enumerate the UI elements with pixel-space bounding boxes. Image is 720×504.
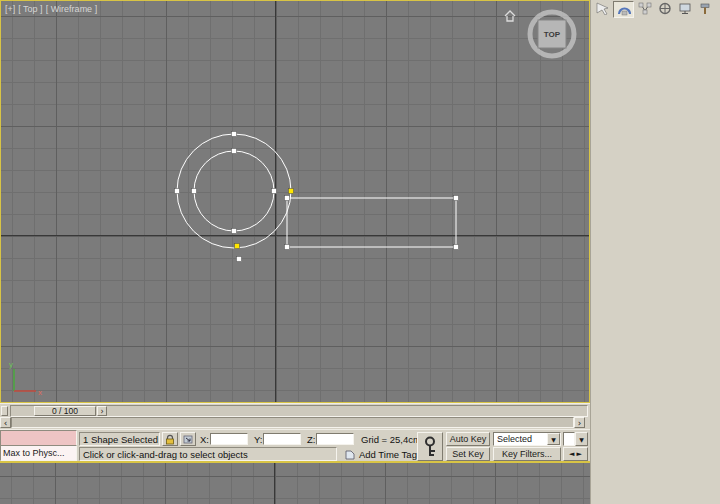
viewport-pov-menu[interactable]: [ Top ] <box>18 4 42 14</box>
vertex-handle-selected[interactable] <box>235 244 240 249</box>
vertex-handles[interactable] <box>175 132 459 262</box>
selection-filter-value: Selected <box>497 433 532 445</box>
selection-filter-dropdown[interactable]: Selected ▼ <box>493 432 561 446</box>
grid-origin-y-axis <box>274 463 275 504</box>
maxscript-macro-pane[interactable] <box>0 430 77 446</box>
time-slider[interactable]: 0 / 100 <box>34 406 96 416</box>
key-icon <box>422 435 438 459</box>
viewcube[interactable]: TOP <box>503 5 587 63</box>
modify-icon <box>617 3 631 16</box>
display-icon <box>678 2 692 15</box>
add-time-tag[interactable]: Add Time Tag <box>359 447 417 461</box>
modify-tab[interactable] <box>613 1 634 18</box>
viewcube-home-icon[interactable] <box>503 9 517 23</box>
step-forward-icon[interactable]: ► <box>577 450 582 458</box>
viewport-general-menu[interactable]: [+] <box>5 4 15 14</box>
vertex-handle[interactable] <box>232 132 237 137</box>
frame-step-buttons[interactable]: ◄ ► <box>563 447 588 461</box>
vertex-handle[interactable] <box>285 196 290 201</box>
vertex-handle[interactable] <box>272 189 277 194</box>
vertex-handle[interactable] <box>232 149 237 154</box>
trackbar-right-arrow[interactable]: › <box>574 417 585 428</box>
trackbar-track[interactable] <box>11 417 574 428</box>
viewport-shading-menu[interactable]: [ Wireframe ] <box>46 4 98 14</box>
coord-y-input[interactable] <box>263 433 301 445</box>
coord-x-label: X: <box>200 432 209 446</box>
vertex-handle-selected[interactable] <box>289 189 294 194</box>
axis-x-label: x <box>38 388 42 397</box>
viewport-bottom-strip[interactable] <box>0 461 590 504</box>
spline-shape[interactable] <box>1 1 589 402</box>
viewport-top[interactable]: [+] [ Top ] [ Wireframe ] TOP x y <box>0 0 590 403</box>
time-display-box <box>563 432 575 446</box>
trackbar-left-arrow[interactable]: ‹ <box>0 417 11 428</box>
viewcube-top-face[interactable]: TOP <box>538 20 566 48</box>
offset-mode-icon <box>182 434 194 445</box>
vertex-handle[interactable] <box>175 189 180 194</box>
coord-z-label: Z: <box>307 432 315 446</box>
absolute-offset-toggle[interactable] <box>180 432 196 446</box>
time-config-arrow[interactable]: ▼ <box>575 432 588 446</box>
utilities-tab[interactable] <box>695 1 714 16</box>
lock-icon <box>164 434 176 445</box>
create-tab[interactable] <box>593 1 612 16</box>
inner-circle-spline[interactable] <box>194 151 274 231</box>
set-key-button[interactable]: Set Key <box>446 447 490 461</box>
grid-setting-label: Grid = 25,4cm <box>361 432 421 446</box>
next-frame-button[interactable]: › <box>97 406 107 416</box>
time-slider-grip[interactable] <box>1 406 8 416</box>
track-bar-row: ‹ › <box>0 417 590 429</box>
step-back-icon[interactable]: ◄ <box>569 450 574 458</box>
selection-lock-button[interactable] <box>162 432 178 446</box>
hierarchy-icon <box>638 2 652 15</box>
selection-filter-arrow[interactable]: ▼ <box>547 433 560 445</box>
key-filters-button[interactable]: Key Filters... <box>493 447 561 461</box>
vertex-handle[interactable] <box>237 257 242 262</box>
application-window: [+] [ Top ] [ Wireframe ] TOP x y 0 / 10 <box>0 0 720 504</box>
vertex-handle[interactable] <box>232 229 237 234</box>
viewport-label: [+] [ Top ] [ Wireframe ] <box>5 4 97 14</box>
viewport-grid <box>0 463 590 504</box>
maxscript-listener-pane[interactable]: Max to Physc... <box>0 445 77 461</box>
axis-tripod: x y <box>7 357 49 399</box>
create-icon <box>596 2 610 15</box>
coord-y-label: Y: <box>254 432 262 446</box>
axis-y-label: y <box>9 360 13 369</box>
time-tag-icon[interactable] <box>344 449 356 461</box>
vertex-handle[interactable] <box>454 245 459 250</box>
coord-x-input[interactable] <box>210 433 248 445</box>
hierarchy-tab[interactable] <box>635 1 654 16</box>
motion-tab[interactable] <box>655 1 674 16</box>
display-tab[interactable] <box>675 1 694 16</box>
prompt-line: Click or click-and-drag to select object… <box>79 447 337 461</box>
auto-key-button[interactable]: Auto Key <box>446 432 490 446</box>
status-bar: Max to Physc... 1 Shape Selected X: Y: Z… <box>0 429 590 461</box>
vertex-handle[interactable] <box>285 245 290 250</box>
rectangle-spline[interactable] <box>287 198 456 247</box>
time-slider-row: 0 / 100 › <box>0 403 590 417</box>
command-panel-tabs <box>593 1 714 17</box>
utilities-icon <box>698 2 712 15</box>
vertex-handle[interactable] <box>192 189 197 194</box>
set-keys-button[interactable] <box>417 432 443 461</box>
motion-icon <box>658 2 672 15</box>
coord-z-input[interactable] <box>316 433 354 445</box>
selection-status: 1 Shape Selected <box>79 432 160 446</box>
command-panel: ▼ Affect RegionAttribute HolderBendBevel… <box>590 0 720 504</box>
vertex-handle[interactable] <box>454 196 459 201</box>
